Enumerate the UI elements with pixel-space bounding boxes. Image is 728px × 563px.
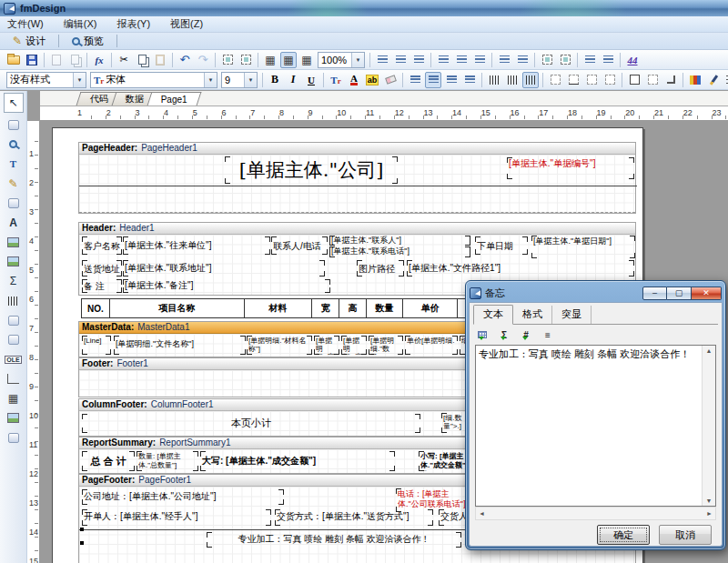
insert-format-button[interactable]: #	[519, 327, 533, 342]
order-date-label[interactable]: 下单日期	[475, 236, 528, 255]
diagram-tool[interactable]	[4, 196, 24, 211]
highlight-button[interactable]: ab	[364, 72, 380, 88]
maximize-button[interactable]: ▢	[667, 287, 692, 300]
frame-corner-button[interactable]	[662, 72, 679, 88]
same-height-button[interactable]	[600, 52, 616, 68]
panel-object[interactable]	[4, 313, 24, 328]
memo-horizontal-scrollbar[interactable]: ◄ ►	[475, 507, 716, 520]
col-height[interactable]: 高	[339, 298, 367, 318]
word-wrap-button[interactable]: ≡	[541, 327, 555, 342]
contact-field[interactable]: [单据主体."联系人"]	[329, 236, 470, 246]
align-bottoms-button[interactable]	[471, 52, 488, 68]
calendar-object[interactable]	[4, 410, 24, 426]
ole-object[interactable]: OLE	[4, 352, 24, 367]
snap-grid-button[interactable]: ▦	[280, 52, 297, 68]
text-cursor-tool[interactable]: T	[4, 156, 24, 172]
menu-report[interactable]: 报表(Y)	[116, 17, 150, 31]
col-width[interactable]: 宽	[311, 298, 339, 318]
group-button[interactable]	[219, 52, 236, 68]
scroll-right-icon[interactable]: ►	[706, 510, 713, 517]
font-select[interactable]: Tr 宋体 ▼	[90, 72, 217, 88]
same-width-button[interactable]	[581, 52, 598, 68]
align-grid-button[interactable]: ▦	[298, 52, 315, 68]
valign-top-button[interactable]	[486, 72, 502, 88]
memo-vertical-scrollbar[interactable]: ▲ ▼	[702, 346, 715, 506]
page-subtotal-cell[interactable]: 本页小计	[82, 414, 420, 433]
new-page-button[interactable]	[48, 52, 65, 68]
valign-middle-button[interactable]	[504, 72, 521, 88]
barcode-object[interactable]	[4, 293, 24, 308]
scroll-down-icon[interactable]: ▼	[706, 498, 713, 504]
text-object[interactable]: A	[4, 215, 24, 230]
selection-handle[interactable]	[80, 528, 84, 531]
md-height-field[interactable]: [单据明细."高"]	[341, 336, 367, 355]
selection-handle[interactable]	[80, 541, 84, 545]
picture-path-field[interactable]: [单据主体."文件路径1"]	[407, 260, 634, 276]
band-pageheader[interactable]: PageHeader: PageHeader1 [单据主体."公司] [单据主体…	[78, 142, 636, 214]
band-header-bar[interactable]: Header: Header1	[79, 223, 635, 235]
style-select[interactable]: 没有样式 ▼	[6, 72, 86, 88]
fill-color-button[interactable]	[687, 72, 703, 88]
col-price[interactable]: 单价	[402, 298, 458, 318]
col-material[interactable]: 材料	[244, 298, 312, 318]
checkbox-object[interactable]: ▦	[4, 391, 24, 407]
save-button[interactable]	[24, 52, 40, 68]
space-vertically-button[interactable]	[514, 52, 531, 68]
amount-num-cell[interactable]: 小写: [单据主体."成交金额"] 元	[419, 451, 471, 471]
cancel-button[interactable]: 取消	[659, 525, 712, 545]
clear-format-button[interactable]	[382, 72, 399, 88]
line-color-button[interactable]	[705, 72, 722, 88]
border-bottom-button[interactable]	[565, 72, 581, 88]
titlebar[interactable]: fmDesign	[0, 0, 728, 16]
contact-phone-field[interactable]: [单据主体."联系电话"]	[329, 246, 470, 257]
slogan-field[interactable]: 专业加工：写真 喷绘 雕刻 条幅 欢迎洽谈合作！	[207, 532, 461, 548]
align-left-edges-button[interactable]	[374, 52, 390, 68]
close-button[interactable]: ✕	[692, 287, 722, 300]
crossband-object[interactable]	[4, 430, 24, 446]
minimize-button[interactable]: –	[642, 287, 667, 300]
tab-format[interactable]: 格式	[513, 306, 552, 324]
open-button[interactable]	[5, 52, 22, 68]
richtext-object[interactable]	[4, 254, 24, 269]
valign-bottom-button[interactable]	[522, 72, 539, 88]
shape-object[interactable]	[4, 332, 24, 347]
company-field[interactable]: [单据主体."公司]	[225, 156, 398, 184]
tab-text[interactable]: 文本	[473, 305, 513, 325]
show-grid-button[interactable]: ▦	[262, 52, 278, 68]
memo-dialog-titlebar[interactable]: 备忘 – ▢ ✕	[469, 284, 723, 302]
md-width-field[interactable]: [单据明细."宽"]	[314, 336, 339, 355]
format-painter-tool[interactable]: ✎	[4, 176, 24, 191]
text-align-justify-button[interactable]	[461, 72, 478, 88]
ungroup-button[interactable]	[238, 52, 254, 68]
customer-field[interactable]: [单据主体."往来单位"]	[123, 236, 270, 255]
h-ruler[interactable]: 1234567891011121314151617181920212223	[40, 106, 728, 121]
border-all-button[interactable]	[547, 72, 563, 88]
scroll-up-icon[interactable]: ▲	[706, 347, 713, 354]
memo-textarea[interactable]: 专业加工：写真 喷绘 雕刻 条幅 欢迎洽谈合作！ ▲ ▼	[475, 345, 716, 507]
note-label[interactable]: 备 注	[82, 279, 122, 293]
memo-dialog[interactable]: 备忘 – ▢ ✕ 文本 格式 突显 Σ # ≡ 专业加工：写真 喷绘 雕刻 条幅…	[465, 280, 726, 550]
address-label[interactable]: 送货地址	[82, 260, 122, 276]
page-settings-button[interactable]	[66, 52, 83, 68]
select-tool[interactable]: ↖	[4, 93, 24, 113]
text-align-center-button[interactable]	[425, 72, 441, 88]
contact-label[interactable]: 联系人/电话	[271, 236, 328, 255]
note-field[interactable]: [单据主体."备注"]	[123, 279, 330, 293]
menu-view[interactable]: 视图(Z)	[170, 17, 203, 31]
frame-dotted-button[interactable]	[644, 72, 661, 88]
v-ruler[interactable]: 123456789101112131415	[27, 121, 40, 563]
ok-button[interactable]: 确定	[597, 525, 650, 545]
font-size-select[interactable]: 9 ▼	[221, 72, 258, 88]
picture-path-label[interactable]: 图片路径	[357, 260, 404, 276]
copy-button[interactable]	[134, 52, 150, 68]
grand-total-label[interactable]: 总 合 计	[82, 451, 135, 471]
insert-field-button[interactable]	[475, 327, 490, 342]
border-none-button[interactable]	[602, 72, 618, 88]
font-color-button[interactable]: A	[346, 72, 362, 88]
header-line-object[interactable]	[79, 186, 637, 186]
align-tops-button[interactable]	[435, 52, 451, 68]
band-pageheader-bar[interactable]: PageHeader: PageHeader1	[79, 143, 635, 155]
doc-no-field[interactable]: [单据主体."单据编号"]	[507, 157, 634, 179]
center-horizontally-button[interactable]	[539, 52, 555, 68]
chart-object[interactable]	[4, 371, 24, 387]
